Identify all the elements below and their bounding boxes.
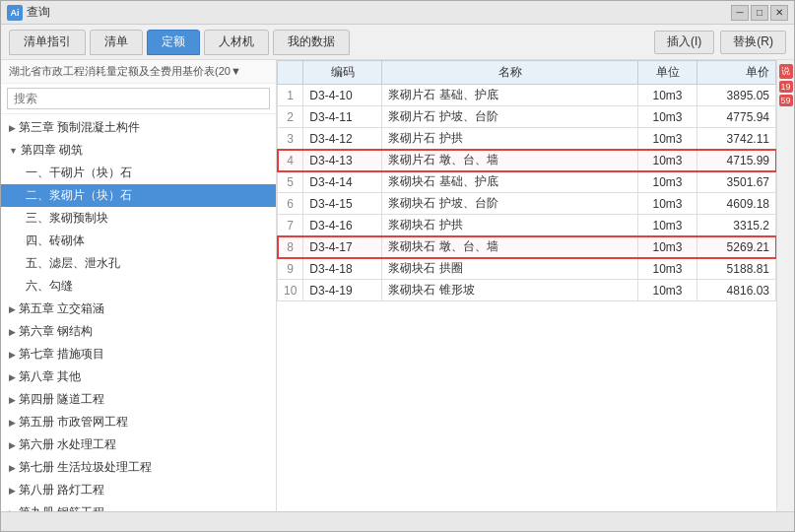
- tree-item[interactable]: ▶第五章 立交箱涵: [1, 298, 276, 320]
- tree-item[interactable]: ▶第七册 生活垃圾处理工程: [1, 456, 276, 479]
- table-row[interactable]: 3D3-4-12浆砌片石 护拱10m33742.11: [278, 128, 776, 150]
- tree-item[interactable]: 三、浆砌预制块: [1, 207, 276, 230]
- tree-item[interactable]: ▼第四章 砌筑: [1, 139, 276, 162]
- cell-name: 浆砌片石 墩、台、墙: [382, 150, 638, 171]
- tree-item-label: 第四册 隧道工程: [19, 392, 104, 406]
- tree-expand-icon: ▶: [9, 463, 16, 473]
- cell-unit: 10m3: [638, 171, 697, 193]
- tree-expand-icon: ▶: [9, 350, 16, 360]
- cell-num: 10: [278, 280, 303, 301]
- search-input[interactable]: [7, 88, 270, 109]
- table-row[interactable]: 6D3-4-15浆砌块石 护坡、台阶10m34609.18: [278, 193, 776, 215]
- tree-item-label: 五、滤层、泄水孔: [26, 256, 120, 270]
- cell-num: 9: [278, 258, 303, 280]
- tree-expand-icon: ▶: [9, 486, 16, 496]
- tree-item-label: 四、砖砌体: [26, 233, 85, 247]
- cell-code: D3-4-19: [303, 280, 382, 301]
- tree-item[interactable]: 二、浆砌片（块）石: [1, 184, 276, 207]
- cell-unit: 10m3: [638, 85, 697, 106]
- cell-unit: 10m3: [638, 280, 697, 301]
- cell-name: 浆砌块石 拱圈: [382, 258, 638, 280]
- tree-item[interactable]: ▶第四册 隧道工程: [1, 388, 276, 411]
- cell-price: 4775.94: [697, 106, 776, 128]
- col-header-code: 编码: [303, 61, 382, 85]
- cell-unit: 10m3: [638, 215, 697, 236]
- cell-num: 2: [278, 106, 303, 128]
- tab-wode-shuju[interactable]: 我的数据: [273, 30, 350, 55]
- cell-unit: 10m3: [638, 193, 697, 215]
- tree-item[interactable]: ▶第九册 钢筋工程: [1, 501, 276, 511]
- tree-expand-icon: ▶: [9, 418, 16, 428]
- tree-item-label: 第五章 立交箱涵: [19, 301, 104, 315]
- tree-item-label: 第五册 市政管网工程: [19, 415, 128, 429]
- main-window: Ai 查询 ─ □ ✕ 清单指引 清单 定额 人材机 我的数据 插入(I) 替换…: [0, 0, 795, 532]
- maximize-button[interactable]: □: [751, 5, 768, 21]
- cell-code: D3-4-12: [303, 128, 382, 150]
- cell-num: 1: [278, 85, 303, 106]
- search-box: [1, 84, 276, 114]
- minimize-button[interactable]: ─: [731, 5, 749, 21]
- table-row[interactable]: 1D3-4-10浆砌片石 基础、护底10m33895.05: [278, 85, 776, 106]
- table-row[interactable]: 8D3-4-17浆砌块石 墩、台、墙10m35269.21: [278, 236, 776, 258]
- title-bar-controls: ─ □ ✕: [731, 5, 788, 21]
- tree-item-label: 第三章 预制混凝土构件: [19, 120, 140, 134]
- cell-num: 6: [278, 193, 303, 215]
- tree-item[interactable]: 六、勾缝: [1, 275, 276, 298]
- tree-expand-icon: ▶: [9, 327, 16, 337]
- table-row[interactable]: 5D3-4-14浆砌块石 基础、护底10m33501.67: [278, 171, 776, 193]
- table-row[interactable]: 10D3-4-19浆砌块石 锥形坡10m34816.03: [278, 280, 776, 301]
- cell-price: 3895.05: [697, 85, 776, 106]
- table-row[interactable]: 2D3-4-11浆砌片石 护坡、台阶10m34775.94: [278, 106, 776, 128]
- table-header: 编码 名称 单位 单价: [278, 61, 776, 85]
- toolbar: 清单指引 清单 定额 人材机 我的数据 插入(I) 替换(R): [1, 25, 794, 60]
- cell-code: D3-4-14: [303, 171, 382, 193]
- tab-qingdan[interactable]: 清单: [90, 30, 143, 55]
- table-row[interactable]: 9D3-4-18浆砌块石 拱圈10m35188.81: [278, 258, 776, 280]
- tree-item-label: 第八册 路灯工程: [19, 483, 104, 497]
- cell-num: 5: [278, 171, 303, 193]
- cell-name: 浆砌块石 基础、护底: [382, 171, 638, 193]
- main-content: 湖北省市政工程消耗量定额及全费用基价表(20▼ ▶第三章 预制混凝土构件▼第四章…: [1, 60, 794, 511]
- tree-item[interactable]: ▶第五册 市政管网工程: [1, 411, 276, 433]
- window-title: 查询: [27, 4, 50, 21]
- tree-expand-icon: ▶: [9, 395, 16, 405]
- insert-button[interactable]: 插入(I): [654, 31, 714, 54]
- table-row[interactable]: 7D3-4-16浆砌块石 护拱10m33315.2: [278, 215, 776, 236]
- table-row[interactable]: 4D3-4-13浆砌片石 墩、台、墙10m34715.99: [278, 150, 776, 171]
- tree-item[interactable]: 四、砖砌体: [1, 230, 276, 252]
- side-note: 说 19 59: [776, 60, 794, 511]
- tree-expand-icon: ▶: [9, 304, 16, 314]
- tree-item[interactable]: 五、滤层、泄水孔: [1, 252, 276, 275]
- cell-code: D3-4-17: [303, 236, 382, 258]
- close-button[interactable]: ✕: [770, 5, 788, 21]
- cell-name: 浆砌片石 护坡、台阶: [382, 106, 638, 128]
- cell-price: 3501.67: [697, 171, 776, 193]
- cell-num: 8: [278, 236, 303, 258]
- side-badge-1: 19: [779, 81, 793, 93]
- tab-dinge[interactable]: 定额: [147, 30, 200, 55]
- cell-unit: 10m3: [638, 150, 697, 171]
- tab-rencaiji[interactable]: 人材机: [204, 30, 269, 55]
- cell-code: D3-4-11: [303, 106, 382, 128]
- tree-item[interactable]: ▶第八册 路灯工程: [1, 479, 276, 501]
- tree-item[interactable]: ▶第七章 措施项目: [1, 343, 276, 366]
- side-badge-2: 59: [779, 95, 793, 106]
- cell-num: 7: [278, 215, 303, 236]
- tree-item-label: 二、浆砌片（块）石: [26, 188, 132, 202]
- tree-item[interactable]: ▶第六章 钢结构: [1, 320, 276, 343]
- tree-item[interactable]: ▶第八章 其他: [1, 366, 276, 388]
- tree-item[interactable]: ▶第三章 预制混凝土构件: [1, 116, 276, 139]
- tab-qingdan-zhidao[interactable]: 清单指引: [9, 30, 86, 55]
- app-icon: Ai: [7, 5, 23, 21]
- tree-item-label: 第六册 水处理工程: [19, 437, 116, 451]
- tree-item[interactable]: 一、干砌片（块）石: [1, 162, 276, 184]
- db-label: 湖北省市政工程消耗量定额及全费用基价表(20▼: [1, 60, 276, 84]
- cell-code: D3-4-10: [303, 85, 382, 106]
- action-buttons: 插入(I) 替换(R): [654, 31, 786, 54]
- tree-item[interactable]: ▶第六册 水处理工程: [1, 433, 276, 456]
- tree-expand-icon: ▶: [9, 440, 16, 450]
- replace-button[interactable]: 替换(R): [720, 31, 786, 54]
- col-header-unit: 单位: [638, 61, 697, 85]
- cell-name: 浆砌块石 墩、台、墙: [382, 236, 638, 258]
- tree-item-label: 第八章 其他: [19, 369, 81, 383]
